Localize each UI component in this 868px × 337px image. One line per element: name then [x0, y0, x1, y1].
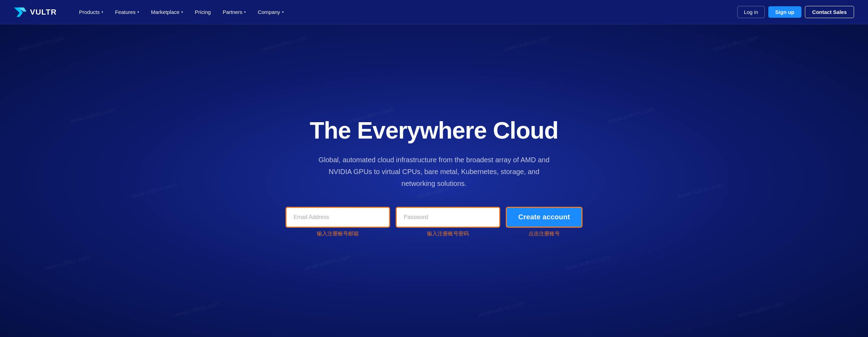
watermark: www.vultrcn.com	[17, 34, 64, 53]
watermark: www.vultrcn.com	[564, 253, 611, 272]
watermark: www.vultrcn.com	[503, 34, 551, 53]
hero-content: The Everywhere Cloud Global, automated c…	[310, 117, 558, 207]
logo-text: VULTR	[30, 8, 57, 17]
navbar: VULTR Products ▾ Features ▾ Marketplace …	[0, 0, 868, 24]
password-group: 输入注册账号密码	[393, 207, 503, 237]
nav-pricing[interactable]: Pricing	[190, 6, 216, 18]
contact-sales-button[interactable]: Contact Sales	[805, 6, 854, 18]
signup-form: 输入注册账号邮箱 输入注册账号密码 Create account 点击注册账号	[283, 207, 585, 237]
signup-button[interactable]: Sign up	[768, 6, 801, 18]
watermark: www.vultrcn.com	[738, 300, 785, 319]
email-input[interactable]	[285, 207, 390, 228]
watermark: www.vultrcn.com	[174, 300, 221, 319]
nav-features[interactable]: Features ▾	[110, 6, 144, 18]
watermark: www.vultrcn.com	[130, 181, 177, 200]
watermark: www.vultrcn.com	[260, 34, 308, 53]
marketplace-chevron-icon: ▾	[181, 10, 183, 14]
products-chevron-icon: ▾	[101, 10, 103, 14]
hero-section: www.vultrcn.com www.vultrcn.com www.vult…	[0, 24, 868, 337]
create-account-button[interactable]: Create account	[506, 207, 583, 228]
hero-subtitle: Global, automated cloud infrastructure f…	[315, 154, 553, 189]
create-hint: 点击注册账号	[528, 230, 560, 237]
hero-title: The Everywhere Cloud	[310, 117, 558, 143]
nav-links: Products ▾ Features ▾ Marketplace ▾ Pric…	[74, 6, 737, 18]
nav-company[interactable]: Company ▾	[253, 6, 288, 18]
email-hint: 输入注册账号邮箱	[317, 230, 359, 237]
watermark: www.vultrcn.com	[304, 253, 351, 272]
nav-partners[interactable]: Partners ▾	[218, 6, 251, 18]
watermark: www.vultrcn.com	[677, 181, 724, 200]
company-chevron-icon: ▾	[282, 10, 284, 14]
partners-chevron-icon: ▾	[244, 10, 246, 14]
login-button[interactable]: Log in	[737, 6, 765, 18]
nav-products[interactable]: Products ▾	[74, 6, 108, 18]
watermark: www.vultrcn.com	[69, 106, 117, 125]
features-chevron-icon: ▾	[137, 10, 139, 14]
password-input[interactable]	[396, 207, 500, 228]
email-group: 输入注册账号邮箱	[283, 207, 393, 237]
create-account-group: Create account 点击注册账号	[503, 207, 585, 237]
vultr-logo-icon	[14, 6, 26, 18]
watermark: www.vultrcn.com	[608, 106, 655, 125]
watermark: www.vultrcn.com	[477, 300, 525, 319]
watermark: www.vultrcn.com	[711, 34, 759, 53]
nav-marketplace[interactable]: Marketplace ▾	[146, 6, 188, 18]
logo-link[interactable]: VULTR	[14, 6, 57, 18]
nav-actions: Log in Sign up Contact Sales	[737, 6, 854, 18]
watermark: www.vultrcn.com	[43, 253, 91, 272]
password-hint: 输入注册账号密码	[427, 230, 469, 237]
